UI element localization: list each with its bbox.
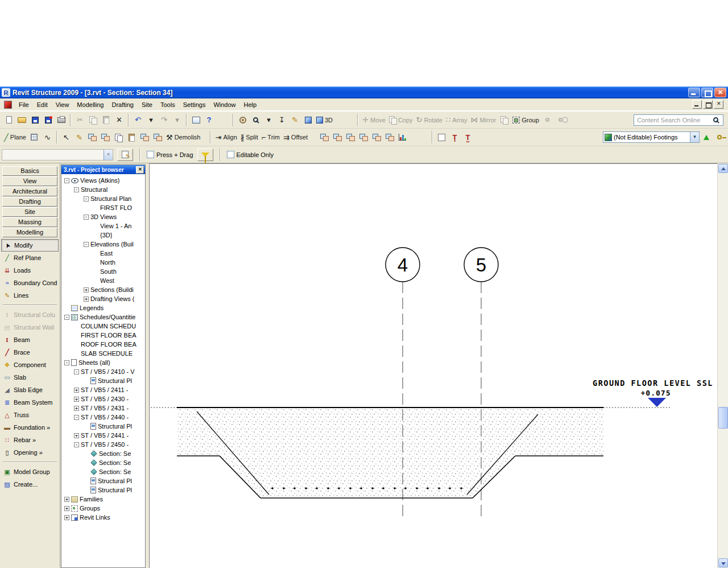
editing-requests-button[interactable]	[713, 131, 726, 144]
zoom-fit-button[interactable]: ↧	[275, 113, 288, 126]
linework-button[interactable]	[151, 131, 164, 144]
collapse-icon[interactable]	[74, 442, 79, 447]
tag-all-button[interactable]: T̺	[461, 131, 474, 144]
expand-icon[interactable]	[74, 397, 79, 402]
tree-item[interactable]: View 1 - An	[61, 221, 145, 231]
cut-button[interactable]: ✂	[73, 113, 86, 126]
tree-item[interactable]: North	[61, 258, 145, 267]
menu-help[interactable]: Help	[240, 100, 261, 110]
tab-architectural[interactable]: Architectural	[2, 187, 57, 196]
tool-slab-edge[interactable]: ◢Slab Edge	[1, 384, 59, 396]
tree-item[interactable]: {3D}	[61, 231, 145, 240]
open-button[interactable]	[15, 113, 28, 126]
undo-dropdown[interactable]: ▾	[144, 113, 158, 126]
collapse-icon[interactable]	[64, 178, 69, 183]
context-help-button[interactable]: ?	[202, 113, 216, 126]
filter-button[interactable]	[197, 149, 213, 161]
rotate-button[interactable]: ↻Rotate	[415, 113, 444, 126]
tree-item[interactable]: Elevations (Buil	[61, 240, 145, 249]
sketch-button[interactable]: ✎	[73, 131, 86, 144]
copy-clipboard-button[interactable]	[112, 131, 125, 144]
menu-site[interactable]: Site	[138, 100, 156, 110]
redo-button[interactable]: ↷	[158, 113, 171, 126]
save-button[interactable]	[28, 113, 42, 126]
tool-lines[interactable]: ✎Lines	[1, 289, 59, 302]
tab-basics[interactable]: Basics	[2, 166, 57, 176]
restore-button[interactable]	[701, 88, 713, 97]
press-drag-checkbox[interactable]: Press + Drag	[147, 151, 193, 158]
worksets-dialog-button[interactable]	[189, 113, 202, 126]
tree-item[interactable]: West	[61, 276, 145, 285]
tree-item[interactable]: Section: Se	[61, 467, 145, 476]
tool-slab[interactable]: ▭Slab	[1, 371, 59, 384]
tree-item[interactable]: Views (Atkins)	[61, 176, 145, 185]
tab-site[interactable]: Site	[2, 207, 57, 217]
tree-item[interactable]: Sheets (all)	[61, 358, 145, 367]
element-properties-button[interactable]	[117, 149, 133, 161]
tree-item[interactable]: COLUMN SCHEDU	[61, 322, 145, 331]
uncut-geometry-button[interactable]	[357, 131, 370, 144]
tree-item[interactable]: Revit Links	[61, 513, 145, 522]
scroll-down-icon[interactable]	[718, 558, 728, 567]
type-selector-dropdown-icon[interactable]	[690, 132, 699, 142]
join-geometry-button[interactable]	[317, 131, 330, 144]
child-close-button[interactable]	[714, 100, 723, 109]
tree-item[interactable]: Structural Pl	[61, 376, 145, 385]
expand-icon[interactable]	[64, 506, 69, 511]
menu-view[interactable]: View	[52, 100, 73, 110]
minimize-button[interactable]	[688, 88, 700, 97]
menu-modelling[interactable]: Modelling	[73, 100, 107, 110]
tool-brace[interactable]: ╱Brace	[1, 346, 59, 359]
tab-view[interactable]: View	[2, 176, 57, 186]
ungroup-button[interactable]	[498, 113, 511, 126]
unpin-position-button[interactable]	[99, 131, 112, 144]
graph-button[interactable]	[396, 131, 409, 144]
search-icon[interactable]	[713, 117, 718, 122]
tab-drafting[interactable]: Drafting	[2, 197, 57, 207]
tool-foundation[interactable]: ▬Foundation »	[1, 421, 59, 434]
paste-clipboard-button[interactable]	[125, 131, 138, 144]
collapse-icon[interactable]	[84, 215, 89, 220]
expand-icon[interactable]	[64, 497, 69, 502]
tool-ref-plane[interactable]: ╱Ref Plane	[1, 252, 59, 264]
tree-item[interactable]: Schedules/Quantitie	[61, 312, 145, 322]
tool-loads[interactable]: ⇊Loads	[1, 264, 59, 277]
search-input[interactable]	[634, 114, 723, 126]
expand-icon[interactable]	[64, 515, 69, 520]
tree-item[interactable]: Drafting Views (	[61, 294, 145, 303]
checkbox-box[interactable]	[147, 151, 154, 158]
expand-icon[interactable]	[74, 406, 79, 411]
tool-component[interactable]: ❖Component	[1, 359, 59, 371]
collapse-icon[interactable]	[74, 415, 79, 420]
group-button[interactable]: Group	[511, 113, 541, 126]
tree-item[interactable]: ST / VB5 / 2411 -	[61, 385, 145, 394]
array-button[interactable]: ∷Array	[444, 113, 469, 126]
undo-button[interactable]: ↶	[131, 113, 144, 126]
collapse-icon[interactable]	[64, 315, 69, 320]
collapse-icon[interactable]	[84, 196, 89, 201]
pick-button[interactable]: ↖	[60, 131, 73, 144]
tree-item[interactable]: ST / VB5 / 2430 -	[61, 394, 145, 404]
new-button[interactable]	[2, 113, 15, 126]
menu-window[interactable]: Window	[209, 100, 239, 110]
tree-item[interactable]: Structural Pl	[61, 476, 145, 485]
tree-item[interactable]: ROOF FLOOR BEA	[61, 340, 145, 349]
tool-modify[interactable]: ➤Modify	[1, 239, 59, 252]
tag-button[interactable]: Ţ	[448, 131, 461, 144]
tool-opening[interactable]: ▯Opening »	[1, 446, 59, 459]
section-drawing[interactable]: 4 5	[150, 164, 717, 567]
ref-plane-button[interactable]: ╱Plane	[2, 131, 28, 144]
scrollbar-thumb[interactable]	[718, 407, 728, 429]
type-selector[interactable]: (Not Editable) Footings	[603, 131, 700, 143]
tool-boundary-conditions[interactable]: ≈Boundary Cond	[1, 277, 59, 289]
offset-button[interactable]: ⇉Offset	[282, 131, 309, 144]
split-face-button[interactable]	[383, 131, 396, 144]
tree-item[interactable]: 3D Views	[61, 212, 145, 221]
level-marker[interactable]: GROUND FLOOR LEVEL SSL +0.075	[593, 378, 713, 408]
tree-item[interactable]: East	[61, 249, 145, 258]
checkbox-box[interactable]	[227, 151, 234, 158]
tree-item[interactable]: Structural Pl	[61, 485, 145, 495]
tool-structural-wall[interactable]: ▤Structural Wall	[1, 321, 59, 334]
copy-tool-button[interactable]: Copy	[387, 113, 415, 126]
copy-button[interactable]	[86, 113, 100, 126]
